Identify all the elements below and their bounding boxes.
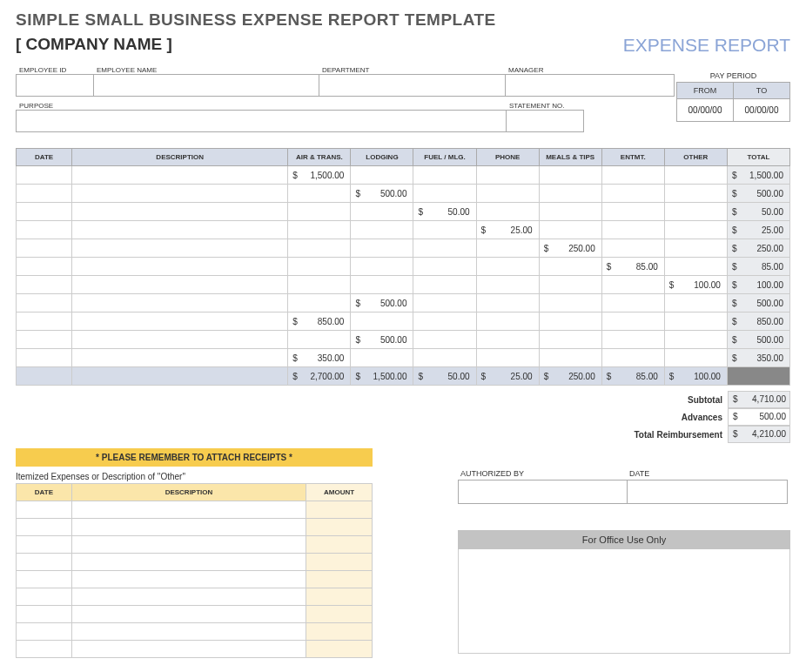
expense-cell[interactable] (539, 258, 601, 276)
expense-cell[interactable]: $250.00 (727, 239, 789, 258)
itemized-amount-cell[interactable] (306, 588, 373, 606)
expense-cell[interactable] (601, 166, 664, 185)
itemized-amount-cell[interactable] (306, 606, 373, 623)
expense-cell[interactable] (601, 185, 664, 203)
expense-cell[interactable] (601, 221, 664, 239)
expense-cell[interactable] (476, 166, 539, 185)
expense-cell[interactable]: $500.00 (351, 331, 413, 349)
expense-cell[interactable] (288, 185, 351, 203)
expense-cell[interactable] (413, 294, 476, 312)
itemized-amount-cell[interactable] (306, 623, 373, 641)
expense-cell[interactable]: $100.00 (727, 276, 789, 294)
expense-cell[interactable] (664, 239, 727, 258)
expense-cell[interactable] (664, 203, 727, 221)
itemized-amount-cell[interactable] (306, 554, 373, 571)
itemized-date-cell[interactable] (17, 623, 72, 641)
expense-cell[interactable] (539, 166, 601, 185)
expense-cell[interactable] (288, 203, 351, 221)
itemized-date-cell[interactable] (17, 588, 72, 606)
expense-cell[interactable]: $850.00 (288, 312, 351, 331)
expense-cell[interactable] (351, 239, 413, 258)
expense-desc-cell[interactable] (72, 349, 288, 367)
expense-date-cell[interactable] (17, 203, 72, 221)
expense-cell[interactable]: $1,500.00 (727, 166, 789, 185)
expense-cell[interactable]: $350.00 (288, 349, 351, 367)
itemized-date-cell[interactable] (17, 519, 72, 536)
expense-cell[interactable] (476, 185, 539, 203)
expense-cell[interactable] (351, 349, 413, 367)
expense-cell[interactable] (539, 349, 601, 367)
expense-cell[interactable] (476, 276, 539, 294)
department-input[interactable] (319, 74, 506, 97)
itemized-desc-cell[interactable] (71, 606, 306, 623)
itemized-desc-cell[interactable] (71, 623, 306, 641)
expense-cell[interactable]: $100.00 (664, 276, 727, 294)
expense-date-cell[interactable] (17, 331, 72, 349)
expense-cell[interactable] (601, 331, 664, 349)
expense-cell[interactable] (601, 276, 664, 294)
expense-cell[interactable]: $1,500.00 (351, 367, 413, 386)
expense-cell[interactable] (351, 312, 413, 331)
employee-id-input[interactable] (16, 74, 94, 97)
expense-date-cell[interactable] (17, 166, 72, 185)
expense-cell[interactable]: $25.00 (727, 221, 789, 239)
expense-cell[interactable]: $85.00 (727, 258, 789, 276)
expense-cell[interactable]: $500.00 (727, 185, 789, 203)
expense-cell[interactable] (288, 239, 351, 258)
pay-period-to-input[interactable]: 00/00/00 (733, 99, 790, 122)
itemized-date-cell[interactable] (17, 641, 72, 658)
expense-desc-cell[interactable] (72, 331, 288, 349)
expense-cell[interactable] (539, 203, 601, 221)
itemized-amount-cell[interactable] (306, 571, 373, 588)
expense-cell[interactable] (288, 294, 351, 312)
expense-cell[interactable] (664, 294, 727, 312)
expense-cell[interactable] (539, 294, 601, 312)
expense-cell[interactable] (288, 331, 351, 349)
expense-cell[interactable] (476, 258, 539, 276)
itemized-date-cell[interactable] (17, 554, 72, 571)
expense-cell[interactable] (413, 166, 476, 185)
expense-cell[interactable] (664, 221, 727, 239)
expense-date-cell[interactable] (17, 312, 72, 331)
expense-cell[interactable] (413, 239, 476, 258)
expense-cell[interactable]: $25.00 (476, 221, 539, 239)
expense-cell[interactable]: $250.00 (539, 367, 601, 386)
expense-cell[interactable] (601, 294, 664, 312)
itemized-desc-cell[interactable] (71, 588, 306, 606)
expense-cell[interactable] (351, 203, 413, 221)
expense-cell[interactable] (664, 166, 727, 185)
expense-cell[interactable] (539, 312, 601, 331)
expense-cell[interactable]: $500.00 (727, 294, 789, 312)
expense-cell[interactable] (288, 258, 351, 276)
employee-name-input[interactable] (93, 74, 319, 97)
expense-date-cell[interactable] (17, 185, 72, 203)
expense-cell[interactable]: $85.00 (601, 367, 664, 386)
expense-date-cell[interactable] (17, 239, 72, 258)
expense-cell[interactable] (351, 221, 413, 239)
expense-cell[interactable]: $50.00 (413, 367, 476, 386)
statement-no-input[interactable] (506, 110, 584, 132)
expense-cell[interactable]: $250.00 (539, 239, 601, 258)
expense-cell[interactable] (413, 258, 476, 276)
expense-cell[interactable] (351, 276, 413, 294)
expense-cell[interactable] (601, 349, 664, 367)
expense-desc-cell[interactable] (72, 239, 288, 258)
expense-date-cell[interactable] (17, 294, 72, 312)
expense-cell[interactable] (664, 312, 727, 331)
expense-cell[interactable] (601, 239, 664, 258)
expense-cell[interactable] (539, 185, 601, 203)
expense-cell[interactable] (539, 221, 601, 239)
manager-input[interactable] (505, 74, 675, 97)
expense-cell[interactable] (413, 349, 476, 367)
itemized-amount-cell[interactable] (306, 536, 373, 554)
itemized-amount-cell[interactable] (306, 641, 373, 658)
expense-cell[interactable]: $100.00 (664, 367, 727, 386)
itemized-amount-cell[interactable] (306, 519, 373, 536)
itemized-date-cell[interactable] (17, 571, 72, 588)
expense-cell[interactable] (288, 276, 351, 294)
expense-cell[interactable]: $50.00 (727, 203, 789, 221)
pay-period-from-input[interactable]: 00/00/00 (676, 99, 734, 122)
purpose-input[interactable] (16, 110, 507, 132)
expense-cell[interactable] (413, 276, 476, 294)
expense-cell[interactable]: $1,500.00 (288, 166, 351, 185)
